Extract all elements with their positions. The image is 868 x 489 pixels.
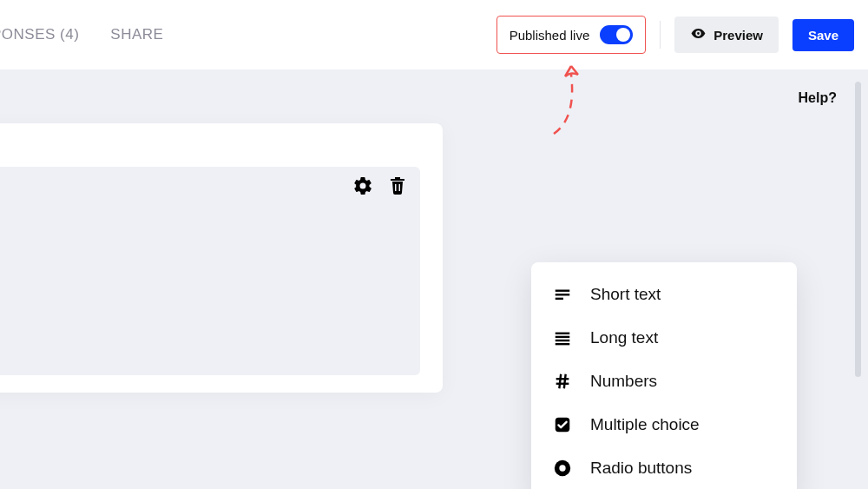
annotation-arrow bbox=[538, 63, 590, 141]
nav-responses[interactable]: PONSES (4) bbox=[0, 26, 79, 43]
field-type-short-text[interactable]: Short text bbox=[531, 273, 797, 316]
field-type-label: Radio buttons bbox=[590, 459, 692, 478]
preview-button[interactable]: Preview bbox=[674, 17, 779, 53]
field-type-label: Short text bbox=[590, 285, 661, 304]
field-type-radio-buttons[interactable]: Radio buttons bbox=[531, 446, 797, 489]
svg-rect-2 bbox=[556, 298, 563, 300]
long-text-icon bbox=[552, 328, 573, 347]
question-block[interactable] bbox=[0, 167, 420, 375]
publish-toggle[interactable] bbox=[600, 25, 633, 44]
svg-point-13 bbox=[559, 465, 565, 471]
svg-rect-3 bbox=[556, 333, 570, 334]
header-divider bbox=[660, 21, 661, 49]
short-text-icon bbox=[552, 285, 573, 304]
gear-icon bbox=[352, 175, 373, 200]
checkbox-icon bbox=[552, 415, 573, 434]
editor-canvas: Help? bbox=[0, 69, 868, 489]
header-right: Published live Preview Save bbox=[496, 16, 854, 54]
field-type-multiple-choice[interactable]: Multiple choice bbox=[531, 403, 797, 446]
svg-line-9 bbox=[559, 374, 561, 389]
preview-label: Preview bbox=[713, 28, 763, 43]
nav-share[interactable]: SHARE bbox=[110, 26, 163, 43]
field-type-menu: Short text Long text Numbers Multiple ch… bbox=[531, 262, 797, 489]
vertical-scrollbar[interactable] bbox=[855, 82, 861, 377]
block-delete-button[interactable] bbox=[387, 175, 408, 200]
save-label: Save bbox=[808, 28, 838, 43]
svg-rect-4 bbox=[556, 336, 570, 338]
block-settings-button[interactable] bbox=[352, 175, 373, 200]
app-header: PONSES (4) SHARE Published live Preview … bbox=[0, 0, 868, 69]
svg-rect-5 bbox=[556, 340, 570, 341]
svg-rect-0 bbox=[556, 290, 570, 292]
field-type-label: Numbers bbox=[590, 372, 657, 391]
svg-rect-1 bbox=[556, 294, 570, 295]
publish-label: Published live bbox=[510, 28, 590, 43]
field-type-long-text[interactable]: Long text bbox=[531, 316, 797, 360]
header-nav: PONSES (4) SHARE bbox=[0, 0, 163, 69]
trash-icon bbox=[387, 175, 408, 200]
form-card bbox=[0, 123, 443, 393]
radio-icon bbox=[552, 459, 573, 478]
block-actions bbox=[352, 175, 408, 200]
svg-rect-6 bbox=[556, 343, 570, 345]
publish-toggle-box[interactable]: Published live bbox=[496, 16, 647, 54]
hash-icon bbox=[552, 372, 573, 391]
help-link[interactable]: Help? bbox=[799, 90, 837, 106]
save-button[interactable]: Save bbox=[792, 19, 854, 51]
field-type-label: Long text bbox=[590, 328, 658, 347]
field-type-label: Multiple choice bbox=[590, 415, 700, 434]
eye-icon bbox=[690, 25, 707, 44]
svg-line-10 bbox=[564, 374, 566, 389]
field-type-numbers[interactable]: Numbers bbox=[531, 360, 797, 403]
